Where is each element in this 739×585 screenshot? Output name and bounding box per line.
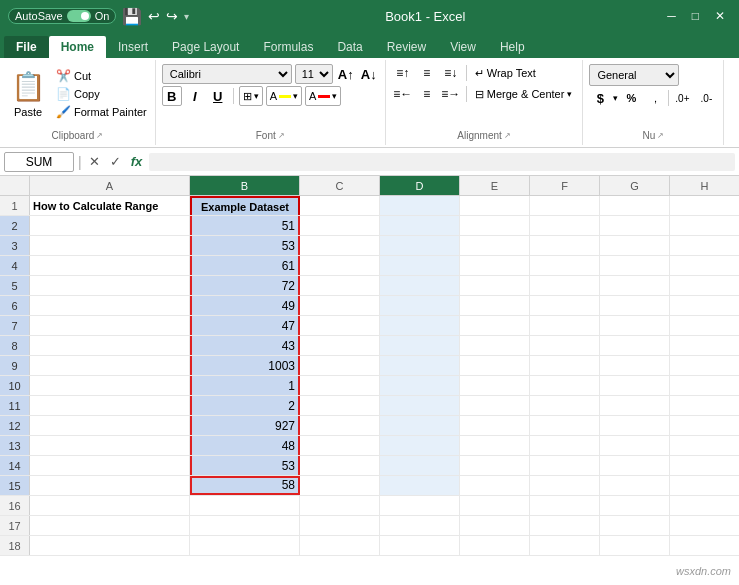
cell-e3[interactable] — [460, 236, 530, 255]
cell-d16[interactable] — [380, 496, 460, 515]
left-align-button[interactable]: ≡← — [392, 85, 414, 103]
cell-h13[interactable] — [670, 436, 739, 455]
cell-g12[interactable] — [600, 416, 670, 435]
cut-button[interactable]: ✂️ Cut — [54, 68, 149, 84]
tab-file[interactable]: File — [4, 36, 49, 58]
cell-a17[interactable] — [30, 516, 190, 535]
cell-f5[interactable] — [530, 276, 600, 295]
restore-btn[interactable]: □ — [686, 9, 705, 23]
cell-h3[interactable] — [670, 236, 739, 255]
cell-e13[interactable] — [460, 436, 530, 455]
cell-b9[interactable]: 1003 — [190, 356, 300, 375]
cell-h12[interactable] — [670, 416, 739, 435]
cell-d13[interactable] — [380, 436, 460, 455]
cell-f11[interactable] — [530, 396, 600, 415]
bold-button[interactable]: B — [162, 86, 182, 106]
cell-f3[interactable] — [530, 236, 600, 255]
tab-data[interactable]: Data — [325, 36, 374, 58]
cell-b5[interactable]: 72 — [190, 276, 300, 295]
cell-e8[interactable] — [460, 336, 530, 355]
cell-f1[interactable] — [530, 196, 600, 215]
cell-h6[interactable] — [670, 296, 739, 315]
cell-d17[interactable] — [380, 516, 460, 535]
fill-color-dropdown[interactable]: ▾ — [293, 91, 298, 101]
cell-g18[interactable] — [600, 536, 670, 555]
tab-view[interactable]: View — [438, 36, 488, 58]
cell-e6[interactable] — [460, 296, 530, 315]
cell-f18[interactable] — [530, 536, 600, 555]
tab-help[interactable]: Help — [488, 36, 537, 58]
cell-c9[interactable] — [300, 356, 380, 375]
cell-a2[interactable] — [30, 216, 190, 235]
currency-button[interactable]: $ — [589, 89, 611, 107]
cell-g9[interactable] — [600, 356, 670, 375]
increase-decimal-button[interactable]: .0+ — [671, 89, 693, 107]
cell-c11[interactable] — [300, 396, 380, 415]
cell-g4[interactable] — [600, 256, 670, 275]
cell-e1[interactable] — [460, 196, 530, 215]
format-painter-button[interactable]: 🖌️ Format Painter — [54, 104, 149, 120]
cell-d14[interactable] — [380, 456, 460, 475]
cell-f7[interactable] — [530, 316, 600, 335]
save-icon[interactable]: 💾 — [122, 7, 142, 26]
cell-g7[interactable] — [600, 316, 670, 335]
increase-font-button[interactable]: A↑ — [336, 64, 356, 84]
cell-a5[interactable] — [30, 276, 190, 295]
cell-g5[interactable] — [600, 276, 670, 295]
cell-g14[interactable] — [600, 456, 670, 475]
formula-cancel-button[interactable]: ✕ — [86, 154, 103, 169]
top-align-button[interactable]: ≡↑ — [392, 64, 414, 82]
merge-center-button[interactable]: ⊟ Merge & Center ▾ — [471, 86, 577, 103]
clipboard-expand-icon[interactable]: ↗ — [96, 131, 103, 140]
cell-d2[interactable] — [380, 216, 460, 235]
italic-button[interactable]: I — [185, 86, 205, 106]
tab-review[interactable]: Review — [375, 36, 438, 58]
close-btn[interactable]: ✕ — [709, 9, 731, 23]
cell-a13[interactable] — [30, 436, 190, 455]
col-header-e[interactable]: E — [460, 176, 530, 195]
comma-button[interactable]: , — [644, 89, 666, 107]
col-header-c[interactable]: C — [300, 176, 380, 195]
quick-access-dropdown[interactable]: ▾ — [184, 11, 189, 22]
col-header-h[interactable]: H — [670, 176, 739, 195]
cell-b18[interactable] — [190, 536, 300, 555]
cell-e10[interactable] — [460, 376, 530, 395]
cell-g10[interactable] — [600, 376, 670, 395]
cell-a1[interactable]: How to Calculate Range — [30, 196, 190, 215]
cell-g1[interactable] — [600, 196, 670, 215]
cell-d7[interactable] — [380, 316, 460, 335]
cell-b11[interactable]: 2 — [190, 396, 300, 415]
name-box[interactable]: SUM — [4, 152, 74, 172]
cell-c17[interactable] — [300, 516, 380, 535]
merge-dropdown-icon[interactable]: ▾ — [567, 89, 572, 99]
col-header-g[interactable]: G — [600, 176, 670, 195]
cell-f10[interactable] — [530, 376, 600, 395]
cell-f17[interactable] — [530, 516, 600, 535]
cell-h11[interactable] — [670, 396, 739, 415]
cell-h9[interactable] — [670, 356, 739, 375]
cell-a4[interactable] — [30, 256, 190, 275]
cell-f16[interactable] — [530, 496, 600, 515]
cell-a6[interactable] — [30, 296, 190, 315]
cell-c2[interactable] — [300, 216, 380, 235]
font-color-dropdown[interactable]: ▾ — [332, 91, 337, 101]
percent-button[interactable]: % — [620, 89, 642, 107]
cell-d11[interactable] — [380, 396, 460, 415]
col-header-a[interactable]: A — [30, 176, 190, 195]
cell-d3[interactable] — [380, 236, 460, 255]
undo-icon[interactable]: ↩ — [148, 8, 160, 24]
cell-c5[interactable] — [300, 276, 380, 295]
cell-h10[interactable] — [670, 376, 739, 395]
cell-c4[interactable] — [300, 256, 380, 275]
autosave-toggle[interactable]: AutoSave On — [8, 8, 116, 24]
cell-g3[interactable] — [600, 236, 670, 255]
cell-c1[interactable] — [300, 196, 380, 215]
number-format-select[interactable]: General — [589, 64, 679, 86]
cell-e9[interactable] — [460, 356, 530, 375]
cell-f14[interactable] — [530, 456, 600, 475]
cell-b12[interactable]: 927 — [190, 416, 300, 435]
bottom-align-button[interactable]: ≡↓ — [440, 64, 462, 82]
cell-e5[interactable] — [460, 276, 530, 295]
cell-a11[interactable] — [30, 396, 190, 415]
cell-b4[interactable]: 61 — [190, 256, 300, 275]
